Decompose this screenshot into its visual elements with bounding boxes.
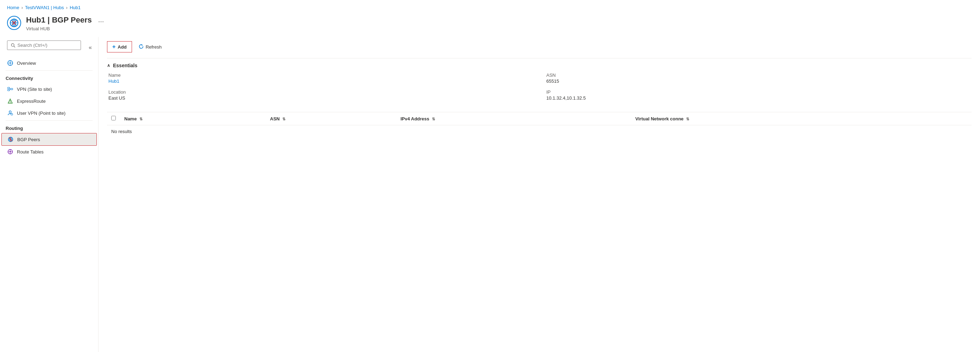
routing-divider	[6, 120, 92, 121]
sidebar-vpn-label: VPN (Site to site)	[17, 87, 52, 92]
sidebar-item-uservpn[interactable]: User VPN (Point to site)	[2, 107, 97, 119]
field-name-value: Hub1	[108, 78, 532, 84]
svg-rect-18	[11, 88, 13, 90]
vpn-icon	[7, 86, 13, 92]
sidebar-item-vpn[interactable]: VPN (Site to site)	[2, 83, 97, 95]
svg-point-8	[11, 43, 14, 46]
sidebar-expressroute-label: ExpressRoute	[17, 99, 46, 104]
sidebar-item-bgppeers[interactable]: BGP Peers	[2, 133, 97, 146]
essentials-label: Essentials	[113, 63, 137, 68]
field-location-label: Location	[108, 89, 532, 95]
col-header-name[interactable]: Name ⇅	[120, 112, 266, 125]
connectivity-divider	[6, 70, 92, 71]
field-asn-label: ASN	[546, 73, 970, 78]
sidebar-item-overview[interactable]: Overview	[2, 57, 97, 69]
breadcrumb-vwan[interactable]: TestVWAN1 | Hubs	[25, 5, 64, 10]
field-ip: IP 10.1.32.4,10.1.32.5	[546, 89, 970, 101]
breadcrumb: Home › TestVWAN1 | Hubs › Hub1	[0, 0, 980, 13]
uservpn-icon	[7, 110, 13, 116]
field-name: Name Hub1	[108, 73, 532, 84]
connectivity-section-label: Connectivity	[0, 72, 98, 83]
sort-asn-icon: ⇅	[282, 117, 285, 121]
sidebar-bgppeers-label: BGP Peers	[17, 137, 40, 142]
sort-name-icon: ⇅	[139, 117, 143, 121]
field-name-label: Name	[108, 73, 532, 78]
col-header-vnet[interactable]: Virtual Network conne ⇅	[631, 112, 972, 125]
sort-vnet-icon: ⇅	[686, 117, 689, 121]
hub-icon	[7, 16, 21, 30]
refresh-button[interactable]: Refresh	[134, 41, 167, 53]
sidebar-routetables-label: Route Tables	[17, 149, 44, 154]
sidebar-uservpn-label: User VPN (Point to site)	[17, 110, 65, 116]
field-location-value: East US	[108, 96, 532, 101]
collapse-sidebar-button[interactable]: «	[87, 45, 94, 51]
add-label: Add	[118, 45, 126, 49]
svg-rect-16	[8, 87, 10, 89]
page-title: Hub1 | BGP Peers	[26, 16, 92, 25]
select-all-checkbox[interactable]	[111, 116, 116, 120]
sidebar-item-expressroute[interactable]: ExpressRoute	[2, 95, 97, 107]
hub1-link[interactable]: Hub1	[108, 78, 119, 84]
svg-rect-17	[8, 89, 10, 91]
breadcrumb-home[interactable]: Home	[7, 5, 19, 10]
main-content: + Add Refresh ∧ Essentials	[99, 37, 980, 352]
page-header: Hub1 | BGP Peers ... Virtual HUB	[0, 13, 980, 37]
search-input[interactable]	[18, 43, 77, 48]
field-ip-label: IP	[546, 89, 970, 95]
breadcrumb-hub[interactable]: Hub1	[70, 5, 81, 10]
page-header-text: Hub1 | BGP Peers ... Virtual HUB	[26, 14, 107, 31]
refresh-label: Refresh	[146, 45, 162, 49]
svg-point-24	[9, 111, 11, 113]
sidebar-overview-label: Overview	[17, 61, 36, 66]
sidebar-item-routetables[interactable]: Route Tables	[2, 146, 97, 158]
svg-point-23	[10, 102, 11, 103]
toolbar: + Add Refresh	[107, 37, 972, 58]
col-header-ipv4[interactable]: IPv4 Address ⇅	[396, 112, 631, 125]
svg-point-11	[10, 62, 11, 64]
table-header-checkbox	[107, 112, 120, 125]
field-asn: ASN 65515	[546, 73, 970, 84]
routetables-icon	[7, 148, 13, 155]
overview-icon	[7, 60, 13, 66]
col-header-asn[interactable]: ASN ⇅	[266, 112, 396, 125]
svg-rect-25	[11, 114, 13, 115]
bgppeers-icon	[7, 136, 14, 143]
no-results-text: No results	[107, 125, 972, 138]
add-button[interactable]: + Add	[107, 41, 132, 53]
search-icon	[11, 43, 16, 48]
field-asn-value: 65515	[546, 78, 970, 84]
svg-line-9	[14, 46, 15, 47]
hub-svg-icon	[10, 18, 19, 27]
sort-ipv4-icon: ⇅	[432, 117, 435, 121]
essentials-chevron-icon: ∧	[107, 63, 110, 68]
field-location: Location East US	[108, 89, 532, 101]
sidebar: « Overview Connectivity	[0, 37, 99, 352]
expressroute-icon	[7, 98, 13, 104]
page-subtitle: Virtual HUB	[26, 26, 107, 31]
ellipsis-button[interactable]: ...	[95, 14, 107, 25]
bgp-peers-table: Name ⇅ ASN ⇅ IPv4 Address ⇅ Virtual Ne	[107, 112, 972, 138]
field-ip-value: 10.1.32.4,10.1.32.5	[546, 96, 970, 101]
add-icon: +	[112, 44, 115, 50]
essentials-grid: Name Hub1 ASN 65515 Location East US IP …	[107, 73, 972, 101]
refresh-icon	[139, 44, 144, 50]
essentials-header[interactable]: ∧ Essentials	[107, 63, 972, 68]
svg-point-34	[10, 151, 11, 153]
search-box[interactable]	[7, 40, 81, 50]
no-results-row: No results	[107, 125, 972, 138]
essentials-section: ∧ Essentials Name Hub1 ASN 65515 Locatio…	[107, 58, 972, 105]
routing-section-label: Routing	[0, 122, 98, 133]
data-table-section: Name ⇅ ASN ⇅ IPv4 Address ⇅ Virtual Ne	[107, 112, 972, 138]
